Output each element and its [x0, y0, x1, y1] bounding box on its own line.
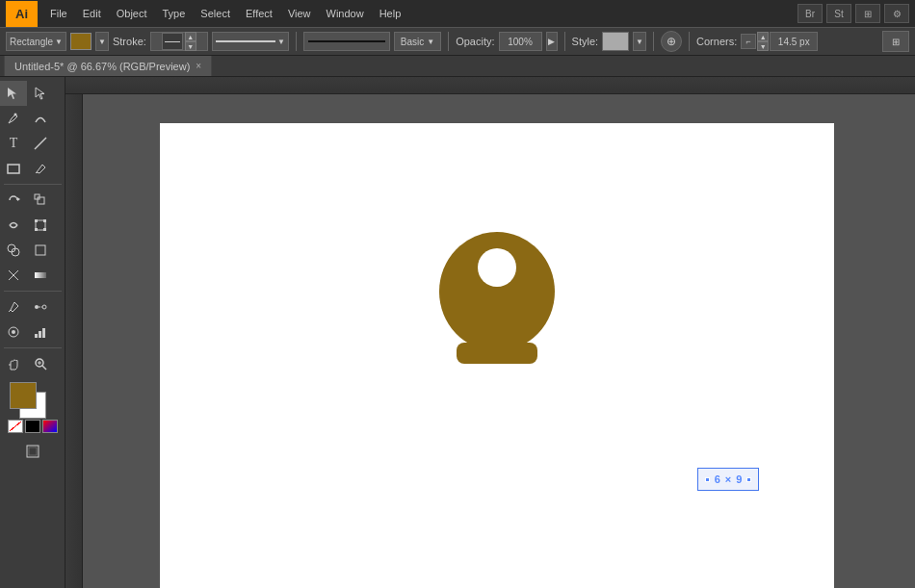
draw-tools-1 [0, 106, 65, 131]
svg-rect-26 [42, 328, 45, 338]
artboard-tool[interactable] [19, 439, 46, 464]
direct-selection-tool[interactable] [27, 81, 54, 106]
opacity-value[interactable]: 100% [499, 32, 542, 51]
style-dropdown[interactable]: ▼ [633, 32, 646, 51]
svg-rect-33 [29, 447, 37, 455]
perspective-tool[interactable] [27, 238, 54, 263]
eyedropper-tool[interactable] [0, 294, 27, 320]
opacity-arrow[interactable]: ▶ [546, 32, 558, 51]
shape-tools [0, 156, 65, 181]
bridge-icon[interactable]: Br [797, 4, 823, 23]
stroke-line [308, 40, 385, 42]
svg-rect-8 [35, 219, 38, 222]
sel-x-sep: × [725, 473, 731, 485]
menu-file[interactable]: File [43, 5, 74, 22]
column-graph-tool[interactable] [27, 320, 54, 345]
stroke-selector: ▲ ▼ [150, 32, 208, 51]
artboard-section [0, 439, 65, 464]
menu-view[interactable]: View [281, 5, 318, 22]
separator-2 [448, 32, 449, 51]
globe-icon[interactable]: ⊕ [661, 31, 682, 52]
menu-object[interactable]: Object [110, 5, 154, 22]
stroke-up[interactable]: ▲ [185, 32, 196, 41]
rotate-tools [0, 188, 65, 213]
stroke-swatch[interactable] [162, 33, 183, 50]
color-swatches [10, 382, 56, 417]
blend-tool[interactable] [27, 294, 54, 320]
line-tool[interactable] [27, 131, 54, 156]
document-tab[interactable]: Untitled-5* @ 66.67% (RGB/Preview) × [4, 56, 212, 76]
corners-down[interactable]: ▼ [757, 41, 769, 51]
scale-tool[interactable] [27, 188, 54, 213]
tab-close-button[interactable]: × [196, 61, 201, 71]
black-swatch[interactable] [25, 420, 40, 433]
svg-rect-9 [43, 219, 46, 222]
svg-rect-11 [43, 228, 46, 231]
svg-rect-24 [35, 334, 38, 338]
stroke-type-dropdown[interactable]: ▼ [212, 32, 289, 51]
gradient-tool[interactable] [27, 263, 54, 288]
options-toolbar: Rectangle ▼ ▼ Stroke: ▲ ▼ ▼ Basic ▼ Opac… [0, 27, 915, 56]
svg-rect-25 [39, 331, 41, 338]
basic-label: Basic [401, 37, 424, 47]
menu-select[interactable]: Select [194, 5, 237, 22]
hand-tool[interactable] [0, 351, 27, 376]
canvas-container: 6 × 9 [65, 77, 915, 588]
shape-builder-tools [0, 238, 65, 263]
chart-tools [0, 320, 65, 345]
svg-line-18 [9, 310, 11, 312]
menu-effect[interactable]: Effect [239, 5, 279, 22]
tool-separator-2 [4, 291, 62, 292]
shape-arrow: ▼ [55, 38, 63, 46]
stock-icon[interactable]: St [826, 4, 851, 23]
nav-tools [0, 351, 65, 376]
selection-overlay: 6 × 9 [697, 468, 759, 491]
pencil-tool[interactable] [27, 156, 54, 181]
corners-up[interactable]: ▲ [757, 32, 769, 41]
zoom-tool[interactable] [27, 351, 54, 376]
rectangle-tool[interactable] [0, 156, 27, 181]
canvas-area[interactable]: 6 × 9 [83, 94, 915, 588]
warp-tool[interactable] [0, 213, 27, 238]
tab-bar: Untitled-5* @ 66.67% (RGB/Preview) × [0, 56, 915, 77]
foreground-swatch[interactable] [10, 382, 37, 409]
selection-tool[interactable] [0, 81, 27, 106]
tool-separator-3 [4, 347, 62, 348]
svg-rect-36 [457, 343, 537, 364]
type-tool[interactable]: T [0, 131, 27, 156]
curvature-tool[interactable] [27, 106, 54, 131]
fill-swatch[interactable] [70, 33, 92, 50]
symbol-tool[interactable] [0, 320, 27, 345]
canvas-with-vruler: 6 × 9 [65, 94, 915, 588]
color-section [0, 382, 65, 433]
svg-point-35 [478, 248, 516, 287]
mesh-tools [0, 263, 65, 288]
menu-help[interactable]: Help [373, 5, 408, 22]
free-transform-tool[interactable] [27, 213, 54, 238]
gradient-swatch[interactable] [42, 420, 58, 433]
svg-rect-17 [35, 272, 46, 278]
rotate-tool[interactable] [0, 188, 27, 213]
svg-point-20 [42, 305, 46, 309]
vertical-ruler [65, 94, 83, 588]
pen-tool[interactable] [0, 106, 27, 131]
menu-type[interactable]: Type [156, 5, 193, 22]
stroke-down[interactable]: ▼ [185, 41, 196, 51]
svg-point-23 [12, 330, 15, 334]
workspace-icon[interactable]: ⊞ [855, 4, 880, 23]
menu-edit[interactable]: Edit [76, 5, 108, 22]
svg-line-29 [42, 366, 46, 370]
shape-builder-tool[interactable] [0, 238, 27, 263]
arrange-icon[interactable]: ⊞ [882, 31, 909, 52]
svg-line-1 [35, 138, 46, 149]
shape-selector[interactable]: Rectangle ▼ [6, 32, 66, 51]
corners-value[interactable]: 14.5 px [770, 32, 818, 51]
style-swatch[interactable] [602, 32, 629, 51]
mesh-tool[interactable] [0, 263, 27, 288]
none-swatch[interactable] [8, 420, 23, 433]
basic-box[interactable]: Basic ▼ [394, 32, 441, 51]
menu-window[interactable]: Window [320, 5, 371, 22]
sel-height: 9 [736, 473, 742, 485]
search-icon[interactable]: ⚙ [884, 4, 909, 23]
fill-dropdown[interactable]: ▼ [95, 32, 109, 51]
